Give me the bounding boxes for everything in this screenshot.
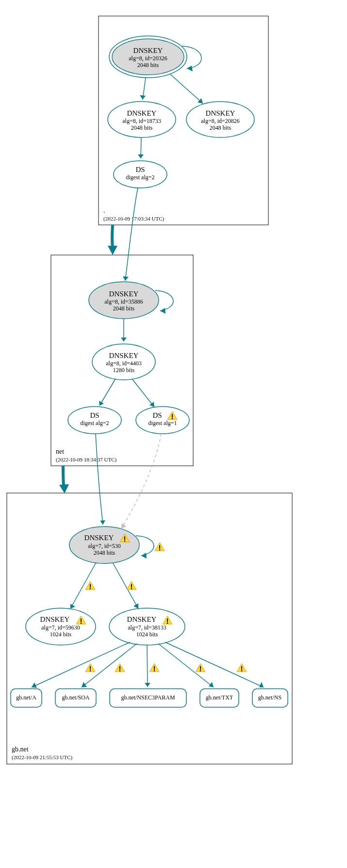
- svg-text:DS: DS: [90, 411, 99, 419]
- svg-text:DNSKEY: DNSKEY: [206, 109, 235, 117]
- svg-text:DNSKEY: DNSKEY: [127, 109, 157, 117]
- zone-root-ts: (2022-10-09 17:03:34 UTC): [103, 216, 165, 222]
- svg-text:1024 bits: 1024 bits: [50, 631, 72, 638]
- svg-point-76: [167, 623, 168, 624]
- svg-text:DNSKEY: DNSKEY: [109, 290, 139, 298]
- svg-marker-54: [209, 682, 214, 687]
- svg-text:digest alg=2: digest alg=2: [126, 174, 154, 181]
- svg-point-79: [90, 670, 91, 672]
- svg-marker-29: [99, 401, 104, 406]
- svg-text:gb.net/TXT: gb.net/TXT: [206, 694, 233, 701]
- svg-marker-53: [145, 683, 150, 687]
- svg-text:1280 bits: 1280 bits: [113, 367, 135, 374]
- svg-marker-37: [141, 553, 147, 559]
- svg-text:digest alg=2: digest alg=2: [80, 420, 109, 426]
- svg-text:2048 bits: 2048 bits: [94, 549, 116, 556]
- svg-marker-55: [259, 682, 264, 687]
- svg-point-85: [154, 670, 155, 672]
- warning-icon: [85, 664, 95, 672]
- svg-text:alg=8, id=4403: alg=8, id=4403: [106, 360, 142, 367]
- warning-icon: [115, 664, 125, 672]
- svg-text:2048 bits: 2048 bits: [113, 305, 135, 312]
- svg-point-58: [172, 418, 173, 420]
- svg-text:2048 bits: 2048 bits: [137, 62, 159, 68]
- svg-text:DNSKEY: DNSKEY: [127, 615, 157, 623]
- svg-text:DNSKEY: DNSKEY: [84, 534, 114, 542]
- svg-text:alg=8, id=35886: alg=8, id=35886: [104, 298, 143, 305]
- edge-zsk2-a: [32, 642, 130, 687]
- svg-text:alg=8, id=18733: alg=8, id=18733: [122, 118, 161, 124]
- svg-text:DNSKEY: DNSKEY: [109, 352, 139, 359]
- edge-root-net-deleg: [112, 225, 113, 248]
- svg-text:DNSKEY: DNSKEY: [133, 47, 163, 54]
- zone-net-ts: (2022-10-09 18:34:37 UTC): [56, 457, 117, 463]
- svg-marker-32: [100, 520, 105, 525]
- svg-point-82: [119, 670, 121, 672]
- svg-text:DS: DS: [152, 411, 162, 419]
- svg-text:gb.net/A: gb.net/A: [16, 694, 36, 701]
- svg-marker-14: [138, 154, 144, 158]
- edge-zsk2-txt: [158, 644, 214, 687]
- edge-netds2-gbksk: [121, 434, 161, 528]
- warning-icon: [85, 581, 95, 590]
- warning-icon: [127, 581, 136, 590]
- svg-text:DNSKEY: DNSKEY: [40, 615, 70, 623]
- edge-zsk2-ns: [165, 642, 264, 687]
- svg-point-73: [81, 623, 82, 624]
- svg-text:2048 bits: 2048 bits: [131, 124, 153, 131]
- svg-text:alg=8, id=20326: alg=8, id=20326: [129, 55, 167, 62]
- svg-marker-16: [123, 276, 129, 281]
- svg-marker-52: [82, 682, 87, 687]
- svg-point-67: [90, 588, 91, 590]
- svg-marker-20: [160, 308, 165, 314]
- svg-point-91: [241, 670, 243, 672]
- svg-text:DS: DS: [135, 166, 145, 173]
- svg-text:alg=7, id=59630: alg=7, id=59630: [41, 624, 80, 631]
- zone-net-name: net: [56, 448, 64, 455]
- svg-text:1024 bits: 1024 bits: [136, 631, 158, 638]
- svg-text:alg=7, id=530: alg=7, id=530: [88, 543, 121, 549]
- svg-marker-31: [59, 484, 69, 494]
- svg-text:gb.net/SOA: gb.net/SOA: [62, 694, 90, 701]
- edge-netzsk-ds1: [99, 379, 116, 406]
- edge-zsk2-n3: [147, 645, 148, 687]
- warning-icon: [149, 664, 159, 672]
- svg-marker-28: [121, 338, 127, 341]
- warning-icon: [237, 664, 247, 672]
- edge-rootksk-zsk2: [170, 74, 203, 103]
- edge-netds1-gbksk: [96, 434, 103, 525]
- svg-text:alg=7, id=38133: alg=7, id=38133: [128, 624, 166, 631]
- dnssec-graph: . (2022-10-09 17:03:34 UTC) net (2022-10…: [0, 0, 347, 868]
- svg-marker-15: [108, 246, 117, 255]
- svg-text:gb.net/NSEC3PARAM: gb.net/NSEC3PARAM: [121, 694, 175, 701]
- svg-marker-3: [187, 66, 193, 71]
- edge-rootds-netksk: [125, 188, 138, 281]
- warning-icon: [155, 543, 165, 551]
- svg-point-64: [159, 549, 161, 551]
- zone-gb-name: gb.net: [12, 746, 29, 753]
- svg-text:digest alg=1: digest alg=1: [148, 420, 177, 426]
- edge-gbksk-zsk2: [113, 562, 138, 609]
- zone-root-name: .: [103, 207, 105, 214]
- svg-text:2048 bits: 2048 bits: [210, 124, 231, 131]
- svg-text:gb.net/NS: gb.net/NS: [258, 694, 281, 701]
- svg-marker-12: [140, 95, 146, 100]
- svg-text:alg=8, id=20826: alg=8, id=20826: [201, 118, 240, 124]
- svg-point-88: [200, 670, 201, 672]
- zone-gb-ts: (2022-10-09 21:55:53 UTC): [12, 754, 73, 761]
- edge-netzsk-ds2: [132, 379, 154, 407]
- svg-point-61: [124, 541, 126, 542]
- svg-point-70: [131, 588, 132, 590]
- warning-icon: [196, 664, 205, 672]
- svg-marker-30: [149, 402, 154, 407]
